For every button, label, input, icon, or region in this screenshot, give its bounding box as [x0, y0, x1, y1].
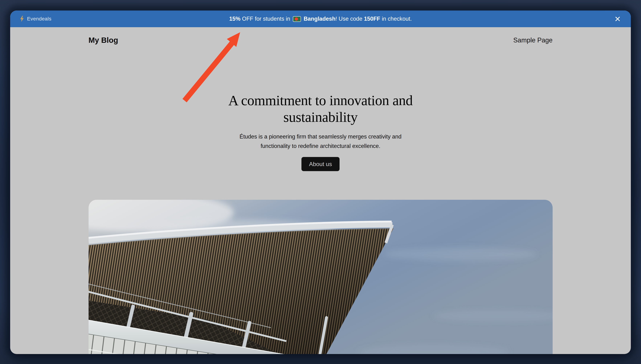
promo-discount: 15%: [229, 16, 241, 22]
promo-message: 15% OFF for students in Bangladesh! Use …: [229, 16, 412, 22]
app-window: Evendeals 15% OFF for students in Bangla…: [10, 10, 631, 354]
about-us-button[interactable]: About us: [301, 157, 340, 171]
banner-brand-link[interactable]: Evendeals: [20, 10, 51, 27]
promo-middle: OFF for students in: [241, 16, 290, 22]
site-title-link[interactable]: My Blog: [89, 36, 118, 44]
site-header: My Blog Sample Page: [89, 27, 553, 45]
close-icon: ×: [615, 14, 621, 24]
lightning-icon: [20, 16, 24, 22]
banner-brand-label: Evendeals: [27, 16, 51, 22]
nav-link-sample-page[interactable]: Sample Page: [513, 36, 552, 44]
hero-subtitle: Études is a pioneering firm that seamles…: [229, 132, 412, 151]
cta-row: About us: [89, 157, 553, 171]
hero-section: A commitment to innovation and sustainab…: [89, 92, 553, 171]
hero-image: [89, 200, 553, 354]
promo-end: in checkout.: [380, 16, 412, 22]
page-content: My Blog Sample Page A commitment to inno…: [89, 27, 553, 354]
banner-close-button[interactable]: ×: [611, 10, 624, 27]
bangladesh-flag-icon: [293, 16, 301, 22]
hero-heading-line2: sustainability: [89, 109, 553, 126]
hero-heading-line1: A commitment to innovation and: [89, 92, 553, 109]
promo-country: Bangladesh: [304, 16, 336, 22]
promo-banner: Evendeals 15% OFF for students in Bangla…: [10, 10, 631, 27]
promo-code: 150FF: [364, 16, 380, 22]
promo-after-country: ! Use code: [336, 16, 364, 22]
hero-heading: A commitment to innovation and sustainab…: [89, 92, 553, 126]
